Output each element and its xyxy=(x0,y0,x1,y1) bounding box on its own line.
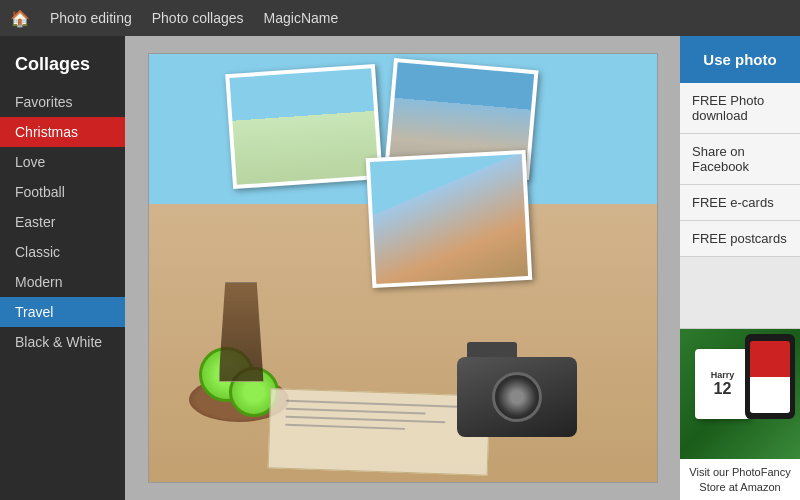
photo-card-1-inner xyxy=(229,68,378,185)
sidebar: Collages Favorites Christmas Love Footba… xyxy=(0,36,125,500)
jersey-banner-image: Harry 12 xyxy=(680,329,800,459)
amazon-text: Visit our PhotoFancy Store at Amazon xyxy=(680,459,800,500)
photo-card-1 xyxy=(225,64,383,189)
sidebar-item-favorites[interactable]: Favorites xyxy=(0,87,125,117)
camera-body xyxy=(457,357,577,437)
use-photo-button[interactable]: Use photo xyxy=(680,36,800,83)
free-photo-download[interactable]: FREE Photo download xyxy=(680,83,800,134)
camera-decoration xyxy=(457,342,587,442)
share-facebook[interactable]: Share on Facebook xyxy=(680,134,800,185)
phone-mockup xyxy=(745,334,795,419)
camera-top xyxy=(467,342,517,357)
doc-line-4 xyxy=(285,424,405,430)
sidebar-item-football[interactable]: Football xyxy=(0,177,125,207)
amazon-banner[interactable]: Harry 12 Visit our PhotoFancy Store at A… xyxy=(680,328,800,500)
jersey-name: Harry xyxy=(711,370,735,380)
photo-card-3 xyxy=(365,150,532,288)
doc-lines xyxy=(284,400,465,438)
free-ecards[interactable]: FREE e-cards xyxy=(680,185,800,221)
sidebar-item-christmas[interactable]: Christmas xyxy=(0,117,125,147)
photo-card-3-inner xyxy=(369,154,527,284)
camera-lens xyxy=(492,372,542,422)
top-navigation: 🏠 Photo editing Photo collages MagicName xyxy=(0,0,800,36)
sidebar-item-travel[interactable]: Travel xyxy=(0,297,125,327)
doc-line-3 xyxy=(285,416,445,424)
phone-screen xyxy=(750,341,790,413)
main-layout: Collages Favorites Christmas Love Footba… xyxy=(0,36,800,500)
free-postcards[interactable]: FREE postcards xyxy=(680,221,800,257)
jersey-number: 12 xyxy=(714,380,732,398)
home-icon[interactable]: 🏠 xyxy=(10,9,30,28)
cocktail-glass xyxy=(219,282,264,382)
nav-magic-name[interactable]: MagicName xyxy=(264,10,339,26)
right-sidebar: Use photo FREE Photo download Share on F… xyxy=(680,36,800,500)
collage-frame xyxy=(148,53,658,483)
sidebar-title: Collages xyxy=(0,46,125,87)
jersey-card-white: Harry 12 xyxy=(695,349,750,419)
doc-line-2 xyxy=(285,408,425,415)
nav-photo-collages[interactable]: Photo collages xyxy=(152,10,244,26)
sidebar-item-classic[interactable]: Classic xyxy=(0,237,125,267)
nav-photo-editing[interactable]: Photo editing xyxy=(50,10,132,26)
canvas-area xyxy=(125,36,680,500)
sidebar-item-love[interactable]: Love xyxy=(0,147,125,177)
sidebar-item-modern[interactable]: Modern xyxy=(0,267,125,297)
doc-line-1 xyxy=(285,400,465,408)
sidebar-item-black-white[interactable]: Black & White xyxy=(0,327,125,357)
sidebar-item-easter[interactable]: Easter xyxy=(0,207,125,237)
cocktail-decoration xyxy=(199,242,279,422)
